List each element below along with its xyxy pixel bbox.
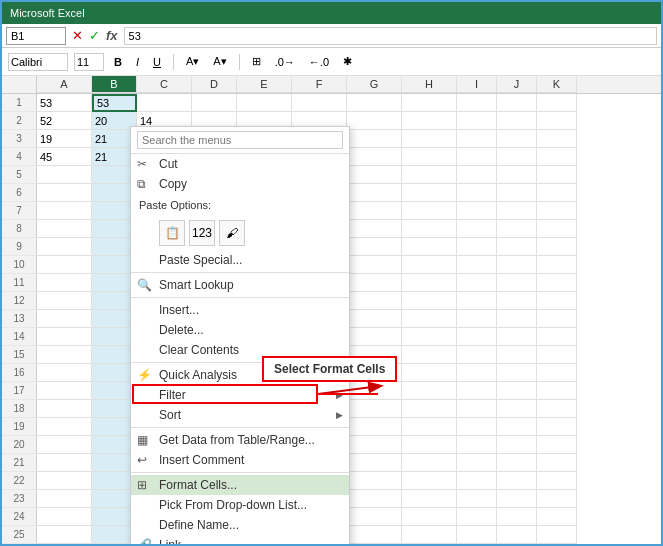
- cell-k1[interactable]: [537, 94, 577, 112]
- italic-button[interactable]: I: [132, 52, 143, 72]
- misc-button[interactable]: ✱: [339, 52, 356, 72]
- paste-icon-values[interactable]: 123: [189, 220, 215, 246]
- menu-item-delete[interactable]: Delete...: [131, 320, 349, 340]
- col-header-e: E: [237, 76, 292, 93]
- cell-b1[interactable]: 53: [92, 94, 137, 112]
- menu-item-copy[interactable]: ⧉ Copy: [131, 174, 349, 194]
- confirm-icon[interactable]: ✓: [87, 28, 102, 43]
- cell-h4[interactable]: [402, 148, 457, 166]
- cell-j3[interactable]: [497, 130, 537, 148]
- row-number: 14: [2, 328, 37, 346]
- cell-i3[interactable]: [457, 130, 497, 148]
- cell-i1[interactable]: [457, 94, 497, 112]
- formula-bar: ✕ ✓ fx: [2, 24, 661, 48]
- menu-item-paste-special[interactable]: Paste Special...: [131, 250, 349, 270]
- cell-h3[interactable]: [402, 130, 457, 148]
- row-number: 15: [2, 346, 37, 364]
- menu-search-input[interactable]: [137, 131, 343, 149]
- paste-options-section: 📋 123 🖌: [131, 214, 349, 250]
- row-number: 19: [2, 418, 37, 436]
- cell-a5[interactable]: [37, 166, 92, 184]
- formula-input[interactable]: [124, 27, 657, 45]
- menu-separator-2: [131, 297, 349, 298]
- cell-j1[interactable]: [497, 94, 537, 112]
- toolbar: B I U A▾ A▾ ⊞ .0→ ←.0 ✱: [2, 48, 661, 76]
- cell-a1[interactable]: 53: [37, 94, 92, 112]
- menu-separator-5: [131, 472, 349, 473]
- row-number: 17: [2, 382, 37, 400]
- cell-k4[interactable]: [537, 148, 577, 166]
- menu-item-format-cells[interactable]: ⊞ Format Cells...: [131, 475, 349, 495]
- row-number: 11: [2, 274, 37, 292]
- menu-item-filter[interactable]: Filter: [131, 385, 349, 405]
- font-size-input[interactable]: [74, 53, 104, 71]
- row-number: 23: [2, 490, 37, 508]
- fx-icon[interactable]: fx: [104, 28, 120, 43]
- menu-item-sort[interactable]: Sort: [131, 405, 349, 425]
- cancel-icon[interactable]: ✕: [70, 28, 85, 43]
- callout-label: Select Format Cells: [274, 362, 385, 376]
- paste-icon-clipboard[interactable]: 📋: [159, 220, 185, 246]
- cell-j2[interactable]: [497, 112, 537, 130]
- col-header-b: B: [92, 76, 137, 93]
- row-number: 25: [2, 526, 37, 544]
- cell-e1[interactable]: [237, 94, 292, 112]
- cell-a4[interactable]: 45: [37, 148, 92, 166]
- copy-icon: ⧉: [137, 177, 146, 191]
- col-header-f: F: [292, 76, 347, 93]
- cell-i2[interactable]: [457, 112, 497, 130]
- menu-item-smart-lookup[interactable]: 🔍 Smart Lookup: [131, 275, 349, 295]
- row-number: 20: [2, 436, 37, 454]
- row-number: 2: [2, 112, 37, 130]
- name-box[interactable]: [6, 27, 66, 45]
- paste-icon-format[interactable]: 🖌: [219, 220, 245, 246]
- formula-icons: ✕ ✓ fx: [70, 28, 120, 43]
- bold-button[interactable]: B: [110, 52, 126, 72]
- cell-g1[interactable]: [347, 94, 402, 112]
- decimal-inc-button[interactable]: .0→: [271, 52, 299, 72]
- cell-j4[interactable]: [497, 148, 537, 166]
- font-name-input[interactable]: [8, 53, 68, 71]
- underline-button[interactable]: U: [149, 52, 165, 72]
- col-header-c: C: [137, 76, 192, 93]
- cell-g2[interactable]: [347, 112, 402, 130]
- paste-icons-row: 📋 123 🖌: [159, 220, 341, 246]
- cell-c1[interactable]: [137, 94, 192, 112]
- menu-item-insert[interactable]: Insert...: [131, 300, 349, 320]
- col-header-a: A: [37, 76, 92, 93]
- menu-item-paste-options-header: Paste Options:: [131, 194, 349, 214]
- highlight-button[interactable]: A▾: [209, 52, 230, 72]
- menu-item-insert-comment[interactable]: ↩ Insert Comment: [131, 450, 349, 470]
- row-number: 10: [2, 256, 37, 274]
- link-icon: 🔗: [137, 538, 152, 544]
- analysis-icon: ⚡: [137, 368, 152, 382]
- menu-item-get-data[interactable]: ▦ Get Data from Table/Range...: [131, 430, 349, 450]
- cell-g3[interactable]: [347, 130, 402, 148]
- callout-arrow-line: [318, 393, 378, 395]
- table-row: 1 53 53: [2, 94, 661, 112]
- cell-a3[interactable]: 19: [37, 130, 92, 148]
- row-number: 12: [2, 292, 37, 310]
- row-number: 24: [2, 508, 37, 526]
- decimal-dec-button[interactable]: ←.0: [305, 52, 333, 72]
- menu-item-define-name[interactable]: Define Name...: [131, 515, 349, 535]
- toolbar-separator-2: [239, 54, 240, 70]
- cell-f1[interactable]: [292, 94, 347, 112]
- font-color-button[interactable]: A▾: [182, 52, 203, 72]
- cell-h2[interactable]: [402, 112, 457, 130]
- cell-g4[interactable]: [347, 148, 402, 166]
- comment-icon: ↩: [137, 453, 147, 467]
- cell-a2[interactable]: 52: [37, 112, 92, 130]
- border-button[interactable]: ⊞: [248, 52, 265, 72]
- cell-k3[interactable]: [537, 130, 577, 148]
- cell-d1[interactable]: [192, 94, 237, 112]
- row-number: 9: [2, 238, 37, 256]
- menu-item-cut[interactable]: ✂ Cut: [131, 154, 349, 174]
- row-number: 3: [2, 130, 37, 148]
- cell-k2[interactable]: [537, 112, 577, 130]
- cell-i4[interactable]: [457, 148, 497, 166]
- cell-h1[interactable]: [402, 94, 457, 112]
- row-number: 16: [2, 364, 37, 382]
- menu-item-link[interactable]: 🔗 Link: [131, 535, 349, 544]
- menu-item-pick-dropdown[interactable]: Pick From Drop-down List...: [131, 495, 349, 515]
